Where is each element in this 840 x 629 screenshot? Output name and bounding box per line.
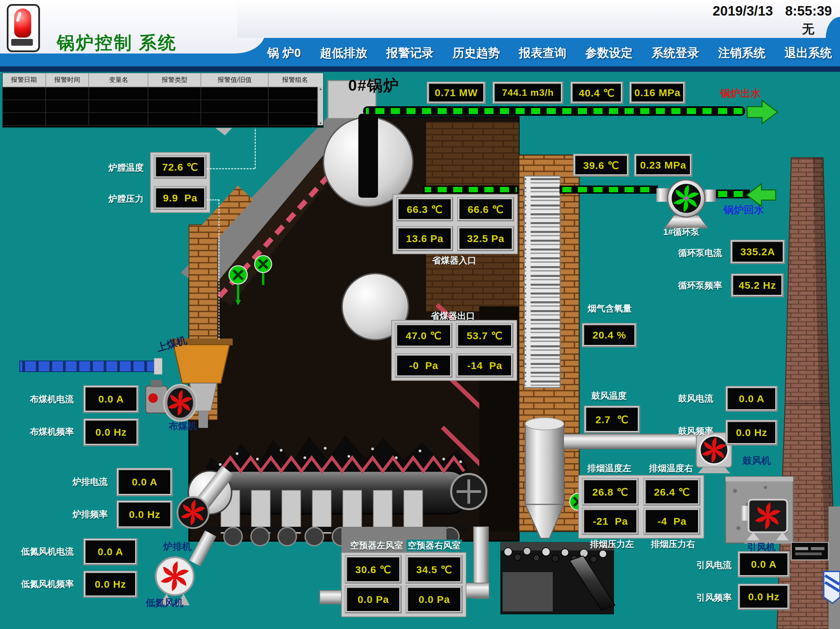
lamp-dome (14, 8, 31, 38)
eco-inlet-press-left: 13.6 Pa (397, 227, 453, 251)
boiler-power-value: 0.71 MW (428, 82, 485, 103)
boiler-hmi-screen: 锅炉控制 系统 2019/3/13 8:55:39 无 锅 炉0 超低排放 报警… (0, 0, 840, 629)
boiler-flow-value: 744.1 m3/h (493, 82, 563, 103)
menu-item-exit[interactable]: 退出系统 (785, 45, 832, 61)
blast-current-value: 0.0 A (726, 386, 777, 411)
menu-item-emission[interactable]: 超低排放 (320, 45, 367, 61)
pump-current-label: 循环泵电流 (678, 247, 722, 259)
supply-temp-value: 40.4 ℃ (571, 82, 622, 103)
alarm-cell (3, 87, 46, 100)
eco-outlet-press-left: -0 Pa (396, 354, 452, 377)
eco-outlet-temp-left: 47.0 ℃ (396, 324, 452, 347)
alarm-table-body[interactable] (3, 87, 323, 126)
induced-current-label: 引风电流 (696, 559, 732, 571)
grate-freq-label: 炉排频率 (73, 509, 108, 520)
steam-drum (324, 80, 413, 207)
flue-temp-left-value: 26.8 ℃ (583, 479, 638, 505)
alarm-table[interactable]: 报警日期 报警时间 变量名 报警类型 报警值/旧值 报警组名 ▲ ▼ (2, 73, 324, 128)
equipment-nameplate (791, 542, 829, 560)
supply-press-value: 0.16 MPa (630, 82, 685, 103)
blast-temp-label: 鼓风温度 (591, 390, 627, 402)
preheater-press-left-value: 0.0 Pa (346, 586, 401, 613)
alarm-cell (148, 113, 201, 126)
alarm-cell (46, 100, 89, 113)
menu-item-parameter-setting[interactable]: 参数设定 (585, 45, 633, 61)
pump-freq-value: 45.2 Hz (732, 274, 783, 296)
circulation-pump-icon (657, 180, 716, 228)
return-press-value: 0.23 MPa (635, 154, 692, 176)
outflow-arrow-icon (747, 101, 778, 124)
return-label: 锅炉回水 (723, 203, 764, 217)
menu-item-report-query[interactable]: 报表查询 (519, 45, 566, 61)
furnace-press-label: 炉膛压力 (108, 193, 144, 205)
alarm-col-variable: 变量名 (89, 73, 148, 87)
page-title: 锅炉控制 系统 (57, 31, 177, 55)
eco-outlet-press-right: -14 Pa (456, 354, 513, 377)
o2-label: 烟气含氧量 (588, 303, 632, 314)
pump-freq-label: 循环泵频率 (678, 280, 722, 292)
furnace-temp-value: 72.6 ℃ (155, 156, 206, 178)
blast-freq-value: 0.0 Hz (726, 421, 777, 445)
eco-inlet-temp-left: 66.3 ℃ (397, 198, 453, 221)
induced-freq-value: 0.0 Hz (738, 584, 789, 609)
boiler-name: 0#锅炉 (348, 75, 399, 96)
alarm-cell (89, 87, 148, 100)
lownox-freq-value: 0.0 Hz (84, 571, 137, 597)
induced-current-value: 0.0 A (738, 552, 789, 577)
eco-outlet-label: 省煤器出口 (431, 310, 475, 322)
eco-outlet-temp-right: 53.7 ℃ (456, 324, 513, 347)
alarm-cell (201, 113, 268, 126)
grate-freq-value: 0.0 Hz (117, 501, 172, 528)
alarm-lamp-icon (7, 4, 40, 52)
alarm-cell (201, 100, 268, 113)
eco-inlet-press-right: 32.5 Pa (458, 227, 513, 251)
menu-item-history-trend[interactable]: 历史趋势 (453, 45, 500, 61)
menu-bar: 锅 炉0 超低排放 报警记录 历史趋势 报表查询 参数设定 系统登录 注销系统 … (262, 39, 837, 66)
flue-temp-right-label: 排烟温度右 (649, 462, 693, 474)
alarm-cell (268, 113, 321, 126)
return-temp-value: 39.6 ℃ (574, 154, 628, 176)
grate-current-label: 炉排电流 (73, 476, 108, 488)
flue-press-right-value: -4 Pa (644, 509, 700, 534)
feeder-fan-icon (164, 385, 196, 421)
economizer-coil (524, 176, 560, 388)
feeder-freq-label: 布煤机频率 (30, 426, 74, 438)
alarm-cell (89, 100, 148, 113)
guide-line (207, 199, 219, 200)
alarm-cell (148, 87, 201, 100)
alarm-cell (46, 113, 89, 126)
lownox-freq-label: 低氮风机频率 (21, 578, 74, 590)
induced-freq-label: 引风频率 (696, 592, 732, 604)
feeder-machine-label: 布煤机 (169, 420, 197, 433)
side-pillar (829, 506, 840, 629)
guide-line (218, 199, 219, 339)
pump-name-label: 1#循环泵 (663, 226, 699, 238)
time-text: 8:55:39 (785, 3, 832, 19)
alarm-table-header: 报警日期 报警时间 变量名 报警类型 报警值/旧值 报警组名 (3, 73, 323, 87)
alarm-cell (3, 113, 46, 126)
feeder-current-value: 0.0 A (84, 386, 138, 412)
pump-current-value: 335.2A (731, 240, 785, 263)
feeder-current-label: 布煤机电流 (30, 393, 74, 405)
alarm-cell (201, 87, 268, 100)
preheater-right-label: 空预器右风室 (406, 540, 462, 552)
preheater-left-label: 空预器左风室 (350, 540, 403, 552)
weather-text: 无 (802, 21, 814, 38)
menu-item-boiler0[interactable]: 锅 炉0 (267, 45, 301, 61)
alarm-cell (46, 87, 89, 100)
flue-temp-right-value: 26.4 ℃ (644, 479, 700, 505)
blast-temp-value: 2.7 ℃ (584, 406, 639, 433)
flue-press-left-value: -21 Pa (583, 509, 638, 534)
alarm-scrollbar[interactable]: ▲ ▼ (317, 87, 323, 125)
menu-item-system-login[interactable]: 系统登录 (652, 45, 699, 61)
preheater-temp-left-value: 30.6 ℃ (346, 556, 401, 583)
alarm-cell (3, 100, 46, 113)
menu-item-logout[interactable]: 注销系统 (718, 45, 766, 61)
blast-freq-label: 鼓风频率 (678, 425, 713, 437)
blast-current-label: 鼓风电流 (678, 393, 713, 405)
menu-item-alarm-log[interactable]: 报警记录 (386, 45, 434, 61)
scroll-down-icon[interactable]: ▼ (319, 121, 322, 125)
slag-conveyor (501, 542, 615, 614)
shield-icon (824, 571, 840, 603)
scroll-up-icon[interactable]: ▲ (319, 87, 322, 91)
